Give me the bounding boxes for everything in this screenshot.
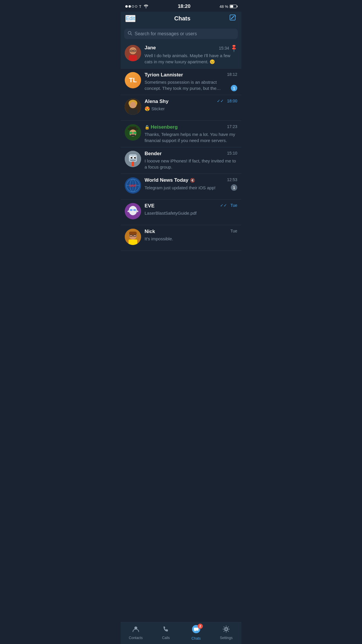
svg-rect-13 bbox=[129, 109, 137, 115]
signal-dot-1 bbox=[125, 5, 128, 8]
page-title: Chats bbox=[174, 15, 191, 22]
chat-header-tyrion: Tyrion Lannister 18:12 bbox=[145, 72, 237, 78]
double-check-eve: ✓✓ bbox=[220, 203, 227, 208]
avatar-jane bbox=[125, 45, 141, 61]
svg-rect-33 bbox=[132, 162, 134, 166]
search-icon bbox=[128, 31, 132, 37]
status-left: T bbox=[125, 4, 149, 9]
badge-worldnews: 1 bbox=[231, 184, 237, 191]
chat-time-worldnews: 12:53 bbox=[227, 177, 237, 182]
search-bar: Search for messages or users bbox=[121, 26, 241, 41]
chat-name-heisenberg: Heisenberg bbox=[151, 124, 178, 130]
mute-icon-worldnews: 🔇 bbox=[190, 178, 195, 183]
chat-header-worldnews: World News Today 🔇 12:53 bbox=[145, 177, 237, 183]
chat-header-bender: Bender 15:10 bbox=[145, 151, 237, 157]
status-bar: T 18:20 48 % bbox=[121, 0, 241, 12]
chat-name-tyrion: Tyrion Lannister bbox=[145, 72, 183, 78]
chat-preview-bender: I looove new iPhones! If fact, they invi… bbox=[145, 158, 237, 170]
chat-name-bender: Bender bbox=[145, 151, 162, 157]
svg-rect-21 bbox=[131, 134, 135, 136]
badge-tyrion: 1 bbox=[231, 85, 237, 91]
chat-time-jane: 15:34 bbox=[219, 46, 229, 50]
chat-content-tyrion: Tyrion Lannister 18:12 Sometimes possess… bbox=[145, 72, 237, 91]
search-input-wrap[interactable]: Search for messages or users bbox=[124, 29, 238, 39]
chat-row-tyrion: Sometimes possession is an abstract conc… bbox=[145, 79, 237, 91]
chat-item-nick[interactable]: Nick Tue It's impossible. bbox=[121, 225, 241, 251]
carrier-label: T bbox=[139, 4, 141, 9]
compose-button[interactable] bbox=[229, 14, 237, 23]
chat-time-nick: Tue bbox=[230, 229, 237, 233]
chat-item-alena[interactable]: Alena Shy ✓✓ 18:00 😍 Sticker bbox=[121, 95, 241, 121]
battery-icon bbox=[230, 5, 237, 8]
avatar-tyrion: TL bbox=[125, 72, 141, 88]
chat-content-bender: Bender 15:10 I looove new iPhones! If fa… bbox=[145, 151, 237, 170]
chat-content-heisenberg: 🔒 Heisenberg 17:23 Thanks, Telegram help… bbox=[145, 124, 237, 144]
avatar-bender bbox=[125, 151, 141, 167]
chat-list: Jane 15:34 📌 Well I do help animals. May… bbox=[121, 41, 241, 274]
svg-rect-19 bbox=[133, 132, 136, 134]
avatar-heisenberg bbox=[125, 124, 141, 141]
chat-header-jane: Jane 15:34 📌 bbox=[145, 45, 237, 51]
chat-header-heisenberg: 🔒 Heisenberg 17:23 bbox=[145, 124, 237, 130]
svg-rect-53 bbox=[129, 239, 137, 245]
chat-name-eve: EVE bbox=[145, 203, 154, 209]
chat-content-jane: Jane 15:34 📌 Well I do help animals. May… bbox=[145, 45, 237, 65]
status-time: 18:20 bbox=[178, 4, 190, 9]
edit-button[interactable]: Edit bbox=[125, 15, 136, 22]
svg-point-26 bbox=[131, 157, 132, 159]
battery-fill bbox=[230, 5, 233, 8]
chat-time-alena: 18:00 bbox=[227, 99, 237, 103]
wifi-icon bbox=[143, 4, 149, 9]
nav-bar: Edit Chats bbox=[121, 12, 241, 26]
avatar-alena bbox=[125, 99, 141, 115]
chat-time-eve: Tue bbox=[230, 203, 237, 208]
chat-time-tyrion: 18:12 bbox=[227, 72, 237, 77]
chat-item-eve[interactable]: EVE ✓✓ Tue LaserBlastSafetyGuide.pdf bbox=[121, 200, 241, 225]
chat-item-worldnews[interactable]: WNT World News Today 🔇 12:53 Telegram ju… bbox=[121, 174, 241, 200]
avatar-eve bbox=[125, 203, 141, 219]
chat-header-alena: Alena Shy ✓✓ 18:00 bbox=[145, 99, 237, 104]
chat-preview-worldnews: Telegram just updated their iOS app! bbox=[145, 185, 231, 191]
svg-rect-28 bbox=[130, 160, 136, 161]
svg-point-12 bbox=[130, 102, 136, 108]
chat-header-nick: Nick Tue bbox=[145, 229, 237, 235]
lock-icon-heisenberg: 🔒 bbox=[145, 125, 150, 130]
svg-point-27 bbox=[134, 157, 136, 159]
chat-name-worldnews: World News Today bbox=[145, 177, 189, 183]
signal-dot-2 bbox=[129, 5, 131, 8]
chat-content-worldnews: World News Today 🔇 12:53 Telegram just u… bbox=[145, 177, 237, 191]
battery-percentage: 48 % bbox=[219, 4, 228, 9]
chat-time-heisenberg: 17:23 bbox=[227, 124, 237, 129]
chat-time-bender: 15:10 bbox=[227, 151, 237, 155]
chat-item-bender[interactable]: Bender 15:10 I looove new iPhones! If fa… bbox=[121, 147, 241, 174]
signal-dots bbox=[125, 5, 137, 8]
svg-rect-18 bbox=[129, 132, 132, 134]
chat-preview-eve: LaserBlastSafetyGuide.pdf bbox=[145, 210, 237, 216]
chat-row-worldnews: Telegram just updated their iOS app! 1 bbox=[145, 184, 237, 191]
chat-content-eve: EVE ✓✓ Tue LaserBlastSafetyGuide.pdf bbox=[145, 203, 237, 216]
search-placeholder: Search for messages or users bbox=[135, 31, 197, 36]
chat-item-tyrion[interactable]: TL Tyrion Lannister 18:12 Sometimes poss… bbox=[121, 69, 241, 95]
chat-header-eve: EVE ✓✓ Tue bbox=[145, 203, 237, 209]
chat-preview-jane: Well I do help animals. Maybe I'll have … bbox=[145, 52, 237, 65]
double-check-alena: ✓✓ bbox=[217, 99, 224, 103]
svg-rect-49 bbox=[129, 232, 137, 235]
chat-preview-nick: It's impossible. bbox=[145, 236, 237, 242]
chat-preview-tyrion: Sometimes possession is an abstract conc… bbox=[145, 79, 231, 91]
signal-dot-4 bbox=[135, 5, 137, 8]
chat-content-alena: Alena Shy ✓✓ 18:00 😍 Sticker bbox=[145, 99, 237, 112]
chat-name-nick: Nick bbox=[145, 229, 155, 235]
avatar-worldnews: WNT bbox=[125, 177, 141, 194]
avatar-nick bbox=[125, 229, 141, 245]
signal-dot-3 bbox=[132, 5, 134, 8]
chat-name-jane: Jane bbox=[145, 45, 156, 51]
chat-item-heisenberg[interactable]: 🔒 Heisenberg 17:23 Thanks, Telegram help… bbox=[121, 121, 241, 147]
pin-icon-jane: 📌 bbox=[229, 43, 238, 52]
svg-text:WNT: WNT bbox=[129, 184, 136, 188]
chat-content-nick: Nick Tue It's impossible. bbox=[145, 229, 237, 242]
chat-preview-alena: 😍 Sticker bbox=[145, 106, 237, 112]
svg-rect-4 bbox=[129, 55, 137, 61]
status-right: 48 % bbox=[219, 4, 237, 9]
chat-item-jane[interactable]: Jane 15:34 📌 Well I do help animals. May… bbox=[121, 41, 241, 69]
chat-name-alena: Alena Shy bbox=[145, 99, 168, 104]
